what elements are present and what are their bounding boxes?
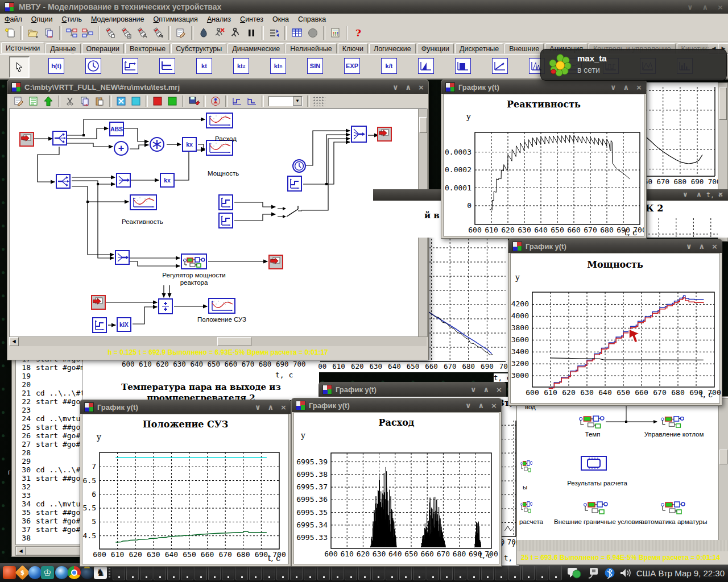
tab-Нелинейные[interactable]: Нелинейные [286, 43, 337, 53]
palette-block-EXP-icon[interactable]: EXP [344, 58, 360, 74]
grid-icon[interactable] [312, 94, 326, 108]
b2-block-partial1[interactable] [520, 459, 533, 473]
palette-block-kt-icon[interactable]: ktn [270, 58, 286, 74]
maximize-icon[interactable]: ∧ [478, 401, 485, 410]
minimize-icon[interactable]: ∨ [392, 83, 399, 92]
calc-icon[interactable] [328, 26, 343, 40]
block-mult[interactable] [150, 137, 164, 152]
plot-titlebar[interactable]: График y(t) ∨∧× [441, 80, 646, 94]
close-icon[interactable]: × [712, 242, 718, 251]
bluetooth-icon[interactable] [605, 567, 615, 579]
compile-icon[interactable] [209, 94, 222, 108]
diagram-hscrollbar[interactable]: ◀ [9, 336, 427, 346]
block-demux-1[interactable] [52, 131, 67, 146]
paste-icon[interactable] [93, 94, 106, 108]
block-regulator[interactable] [181, 253, 207, 269]
stop-icon[interactable] [305, 26, 320, 40]
maximize-icon[interactable]: ∧ [268, 403, 274, 411]
block-input-file-2[interactable] [91, 295, 106, 310]
icq-notification[interactable]: max_ta в сети [540, 49, 727, 81]
plot-window-reaktivnost[interactable]: График y(t) ∨∧× Реактивность y 600610620… [441, 80, 647, 239]
cut-icon[interactable] [63, 94, 77, 108]
taskbar-window-button[interactable] [522, 565, 535, 580]
tab-Внешние[interactable]: Внешние [504, 43, 544, 53]
block-plot-suz[interactable] [208, 298, 235, 314]
minimize-icon[interactable]: ∨ [687, 3, 693, 11]
cursor-tool-button[interactable] [9, 56, 30, 78]
tab-Векторные[interactable]: Векторные [125, 43, 170, 53]
savearr-icon[interactable] [187, 94, 201, 108]
block-step-b[interactable] [218, 194, 233, 210]
minimize-icon[interactable]: ∨ [470, 385, 477, 394]
palette-block-kt-icon[interactable]: kt2 [233, 58, 249, 74]
tab-Ключи[interactable]: Ключи [338, 43, 368, 53]
copy-icon[interactable] [78, 94, 92, 108]
tree2-icon[interactable] [80, 26, 95, 40]
block-step-a[interactable] [92, 317, 107, 333]
plot-window-suz[interactable]: График y(t) ∨∧× Положение СУЗ y 60061062… [80, 400, 291, 567]
plot-titlebar[interactable]: График y(t) ∨∧× [80, 400, 291, 414]
block-sum[interactable]: + [114, 141, 129, 156]
block-switch[interactable] [276, 203, 303, 221]
cyan-icon[interactable] [129, 94, 143, 108]
menu-9[interactable]: Справка [293, 14, 330, 23]
plot-window-rashod[interactable]: График y(t) ∨∧× Расход y 600610620630640… [291, 398, 502, 567]
close-icon[interactable]: × [491, 401, 497, 410]
block-sum-2[interactable] [158, 298, 173, 314]
b2-block-temp[interactable] [578, 414, 606, 429]
minimize-icon[interactable]: ∨ [682, 190, 688, 198]
bg-plot-window-titlebar[interactable]: График y(t) ∨∧× [318, 382, 506, 397]
palette-block-kt-icon[interactable]: kt [196, 58, 212, 74]
diagram-canvas[interactable]: ABS + kx Расход Мощность kx Реактивность… [9, 109, 419, 337]
block-mux-1[interactable] [116, 173, 131, 188]
tab-Данные[interactable]: Данные [46, 43, 80, 53]
s1-icon[interactable] [230, 94, 244, 108]
close-icon[interactable]: × [418, 83, 424, 92]
launcher-globe-icon[interactable] [28, 566, 42, 579]
runx-icon[interactable] [212, 26, 227, 40]
b2-block-avt[interactable] [660, 500, 686, 515]
block-input-file[interactable] [19, 132, 34, 147]
help-icon[interactable]: ? [351, 26, 366, 40]
block-output-file-2[interactable] [377, 127, 392, 142]
b2-block-chip[interactable] [581, 456, 607, 471]
tab-Дискретные[interactable]: Дискретные [455, 43, 503, 53]
block-output-file-1[interactable] [268, 255, 283, 269]
list-icon[interactable] [27, 94, 40, 108]
menu-1[interactable]: Файл [0, 14, 27, 23]
palette-block-saw-icon[interactable] [418, 58, 434, 74]
up-icon[interactable] [42, 94, 55, 108]
b2-vscrollbar[interactable] [718, 398, 728, 541]
diagram-hscroll-thumb[interactable] [217, 337, 251, 346]
palette-block-ramp-icon[interactable] [492, 58, 508, 74]
maximize-icon[interactable]: ∧ [623, 83, 630, 92]
block-demux-2[interactable] [56, 174, 71, 189]
bluex-icon[interactable] [114, 94, 128, 108]
scroll-left-icon[interactable]: ◀ [16, 547, 26, 555]
close-icon[interactable]: × [717, 3, 723, 11]
flash1-icon[interactable] [103, 26, 118, 40]
menu-8[interactable]: Окна [268, 14, 293, 23]
params-icon[interactable] [267, 26, 282, 40]
menu-3[interactable]: Стиль [57, 14, 86, 23]
minimize-icon[interactable]: ∨ [610, 83, 617, 92]
block-gain-ki[interactable]: kiX [117, 317, 131, 332]
close-icon[interactable]: × [496, 385, 502, 394]
open-icon[interactable] [26, 26, 40, 40]
diagram-vscroll-thumb[interactable] [419, 117, 427, 133]
maximize-icon[interactable]: ∧ [702, 3, 709, 11]
note-icon[interactable] [173, 26, 188, 40]
flash3-icon[interactable] [135, 26, 150, 40]
tab-Логические[interactable]: Логические [369, 43, 416, 53]
block-gain-1[interactable]: kx [182, 137, 197, 152]
flash4-icon[interactable] [151, 26, 166, 40]
network-icon[interactable] [586, 567, 600, 579]
block-plot-rashod[interactable] [206, 113, 233, 128]
close-icon[interactable]: × [718, 190, 723, 198]
block-plot-reakt[interactable] [130, 194, 157, 210]
tab-Динамические[interactable]: Динамические [228, 43, 284, 53]
model-diagram-window[interactable]: C:\mbty\VRTT_FULL_NEW\#ru\mvtu\test.mrj … [7, 80, 429, 360]
block-step-c[interactable] [218, 213, 233, 228]
note2-icon[interactable] [12, 94, 26, 108]
block-step-d[interactable] [287, 176, 302, 192]
